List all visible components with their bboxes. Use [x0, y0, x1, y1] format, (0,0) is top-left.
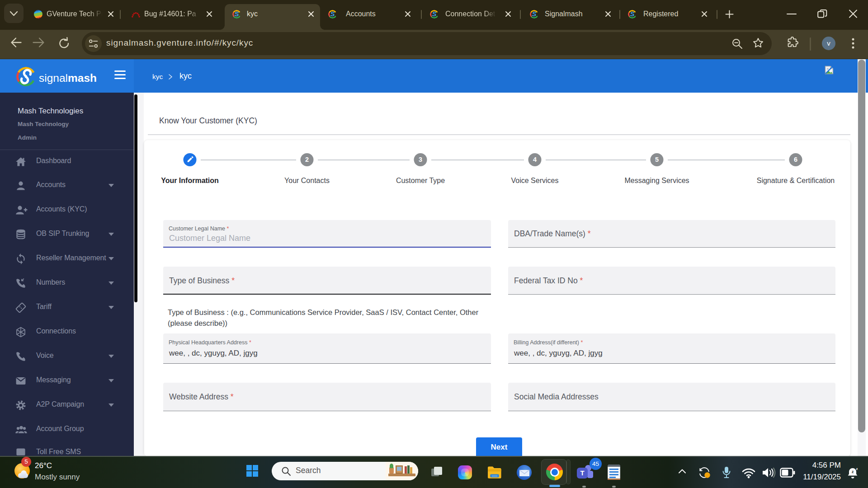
svg-text:z: z — [852, 469, 854, 474]
svg-text:z: z — [856, 467, 858, 471]
